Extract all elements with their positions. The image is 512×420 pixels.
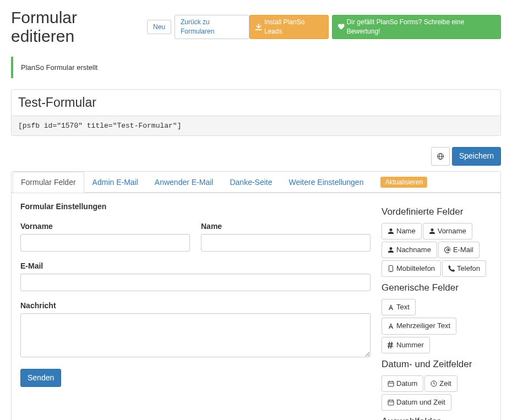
field-time[interactable]: Zeit	[424, 375, 457, 392]
new-button[interactable]: Neu	[147, 20, 171, 35]
label-vorname: Vorname	[20, 222, 190, 231]
field-nachname[interactable]: Nachname	[382, 242, 437, 258]
field-email[interactable]: E-Mail	[438, 242, 480, 258]
globe-icon	[437, 153, 444, 160]
input-nachricht[interactable]	[20, 313, 371, 357]
selection-heading: Auswahlfelder	[382, 416, 492, 420]
download-icon	[255, 24, 262, 30]
form-info-panel: Test-Formular [psfb id="1570" title="Tes…	[11, 89, 501, 136]
language-button[interactable]	[431, 147, 450, 166]
font-icon	[388, 304, 394, 310]
generic-heading: Generische Felder	[382, 282, 492, 293]
label-email: E-Mail	[20, 261, 371, 270]
tabs-nav: Formular Felder Admin E-Mail Anwender E-…	[12, 172, 500, 193]
input-vorname[interactable]	[20, 234, 190, 252]
submit-button[interactable]: Senden	[20, 369, 61, 388]
datetime-heading: Datum- und Zeitfelder	[382, 359, 492, 370]
back-button[interactable]: Zurück zu Formularen	[175, 15, 249, 39]
field-date[interactable]: Datum	[382, 375, 423, 392]
update-badge[interactable]: Aktualisieren	[380, 177, 427, 188]
field-textarea[interactable]: Mehrzeiliger Text	[382, 318, 456, 334]
tab-more-settings[interactable]: Weitere Einstellungen	[281, 172, 372, 193]
user-icon	[388, 247, 394, 253]
tab-fields[interactable]: Formular Felder	[13, 172, 84, 193]
input-name[interactable]	[201, 234, 371, 252]
form-name-heading: Test-Formular	[12, 90, 500, 116]
tab-thankyou[interactable]: Danke-Seite	[221, 172, 280, 193]
field-name[interactable]: Name	[382, 223, 422, 239]
phone-icon	[448, 265, 455, 272]
field-text[interactable]: Text	[382, 299, 416, 315]
font-icon	[388, 323, 394, 329]
page-title: Formular editieren	[11, 8, 141, 46]
shortcode-display: [psfb id="1570" title="Test-Formular"]	[12, 116, 500, 135]
clock-icon	[431, 380, 437, 387]
user-icon	[388, 228, 394, 234]
heart-icon	[338, 24, 345, 30]
user-icon	[429, 228, 435, 234]
at-icon	[444, 247, 451, 253]
field-phone[interactable]: Telefon	[442, 260, 486, 277]
save-button[interactable]: Speichern	[452, 147, 501, 166]
install-leads-button[interactable]: Install PlanSo Leads	[249, 15, 329, 39]
calendar-icon	[388, 399, 394, 406]
input-email[interactable]	[20, 274, 371, 291]
label-name: Name	[201, 222, 371, 231]
mobile-icon	[388, 265, 394, 272]
tab-admin-email[interactable]: Admin E-Mail	[84, 172, 146, 193]
field-mobile[interactable]: Mobiltelefon	[382, 260, 441, 277]
hash-icon	[388, 342, 394, 348]
tab-user-email[interactable]: Anwender E-Mail	[146, 172, 222, 193]
settings-heading: Formular Einstellungen	[20, 202, 371, 211]
calendar-icon	[388, 380, 394, 387]
field-number[interactable]: Nummer	[382, 337, 430, 353]
field-datetime[interactable]: Datum und Zeit	[382, 394, 451, 411]
success-alert: PlanSo Formular erstellt	[11, 57, 501, 78]
review-button[interactable]: Dir gefällt PlanSo Forms? Schreibe eine …	[332, 15, 501, 39]
label-nachricht: Nachricht	[20, 301, 371, 310]
field-vorname[interactable]: Vorname	[423, 223, 472, 239]
predefined-heading: Vordefinierte Felder	[382, 206, 492, 217]
